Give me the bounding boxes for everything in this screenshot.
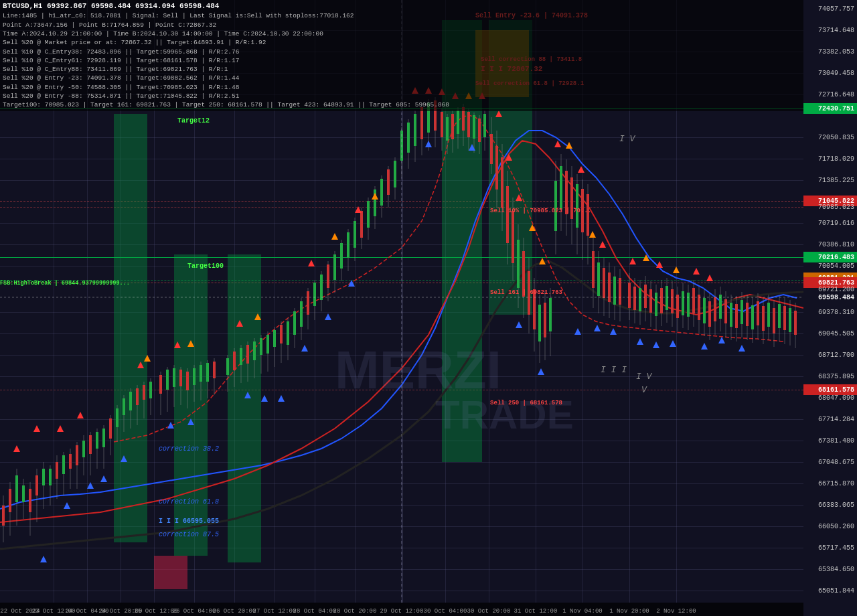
date-30oct20: 30 Oct 20:00	[467, 608, 511, 615]
svg-rect-147	[407, 123, 410, 153]
price-73049: 73049.458	[803, 68, 857, 78]
svg-rect-110	[307, 291, 309, 315]
svg-rect-2	[2, 506, 5, 526]
svg-marker-321	[718, 337, 725, 343]
svg-marker-143	[372, 193, 378, 200]
svg-rect-252	[639, 288, 641, 311]
svg-marker-246	[610, 328, 617, 335]
svg-rect-232	[603, 268, 605, 298]
svg-rect-254	[644, 285, 647, 308]
svg-rect-278	[708, 301, 711, 327]
svg-marker-212	[538, 368, 544, 375]
svg-rect-149	[414, 114, 416, 146]
svg-rect-134	[387, 169, 390, 195]
svg-rect-191	[512, 211, 514, 263]
svg-rect-296	[757, 301, 759, 325]
svg-marker-140	[308, 260, 315, 266]
svg-rect-270	[687, 293, 690, 317]
svg-marker-322	[738, 345, 745, 352]
date-28oct20: 28 Oct 20:00	[333, 608, 377, 615]
header-line-4: Sell %20 @ Market price or at: 72867.32 …	[3, 38, 801, 47]
svg-rect-250	[633, 287, 636, 310]
chart-container: MERZI TRADE BTCUSD,H1 69392.867 69598.48…	[0, 0, 857, 616]
svg-rect-161	[451, 114, 454, 139]
svg-rect-136	[394, 161, 396, 187]
svg-rect-81	[226, 358, 229, 375]
svg-marker-79	[187, 340, 194, 347]
svg-marker-100	[278, 395, 285, 402]
svg-rect-274	[698, 295, 700, 320]
svg-rect-151	[420, 107, 423, 139]
svg-marker-313	[656, 261, 663, 268]
svg-marker-19	[33, 425, 40, 432]
svg-marker-38	[100, 475, 107, 482]
svg-marker-102	[254, 313, 261, 320]
svg-rect-185	[495, 146, 498, 189]
svg-rect-238	[619, 278, 621, 305]
svg-rect-286	[730, 303, 732, 327]
svg-marker-99	[261, 395, 268, 402]
target12-label: Target12	[177, 117, 210, 125]
svg-marker-316	[706, 275, 713, 281]
candles-group	[2, 87, 797, 562]
svg-rect-258	[655, 293, 657, 316]
svg-marker-40	[77, 412, 84, 418]
svg-rect-42	[109, 418, 112, 439]
svg-rect-8	[22, 485, 25, 502]
price-70054: 70054.005	[803, 260, 857, 271]
svg-rect-126	[360, 211, 363, 238]
svg-rect-122	[347, 232, 349, 258]
svg-rect-248	[628, 283, 631, 308]
svg-marker-311	[629, 258, 636, 264]
svg-rect-266	[676, 295, 679, 318]
svg-rect-216	[560, 166, 562, 210]
svg-rect-106	[293, 311, 296, 335]
svg-marker-241	[578, 166, 585, 173]
target100-label: Target100	[187, 262, 224, 270]
svg-rect-300	[767, 303, 770, 327]
svg-rect-203	[544, 303, 546, 337]
svg-rect-116	[327, 264, 329, 288]
svg-rect-21	[56, 462, 58, 479]
svg-rect-71	[200, 365, 202, 382]
date-26oct04: 26 Oct 04:00	[173, 608, 216, 615]
svg-rect-31	[89, 435, 92, 454]
fsb-label: FSB:HighToBreak | 69844.93799999999...	[0, 280, 130, 287]
svg-marker-17	[40, 556, 47, 562]
correction-87-label: correction 87.5	[159, 531, 219, 538]
svg-rect-54	[149, 382, 152, 398]
svg-rect-85	[240, 348, 242, 365]
svg-marker-180	[425, 141, 432, 147]
price-67714: 67714.284	[803, 414, 857, 425]
svg-rect-93	[266, 335, 269, 354]
header-line-3: Time A:2024.10.29 21:00:00 | Time B:2024…	[3, 29, 801, 38]
header-line-8: Sell %20 @ Entry -23: 74091.378 || Targe…	[3, 74, 801, 82]
svg-rect-262	[666, 286, 668, 310]
price-68047: 68047.090	[803, 392, 857, 403]
svg-rect-193	[517, 240, 520, 288]
price-68712: 68712.700	[803, 350, 857, 360]
header-line-2: Point A:73647.156 | Point B:71764.859 | …	[3, 21, 801, 29]
svg-rect-282	[719, 295, 722, 319]
date-27oct12: 27 Oct 12:00	[253, 608, 297, 615]
svg-rect-298	[762, 306, 765, 331]
roman-v: V	[641, 385, 647, 395]
svg-rect-272	[692, 288, 695, 313]
svg-marker-318	[653, 341, 659, 348]
date-2nov12: 2 Nov 12:00	[656, 608, 696, 615]
correction-61-label: correction 61.8	[159, 498, 219, 506]
svg-rect-48	[129, 392, 132, 410]
svg-marker-211	[516, 321, 522, 328]
svg-rect-27	[76, 445, 78, 465]
svg-rect-61	[166, 370, 169, 390]
svg-marker-101	[236, 320, 243, 327]
price-72050: 72050.835	[803, 132, 857, 143]
svg-rect-112	[313, 283, 316, 306]
svg-rect-128	[367, 201, 370, 228]
svg-rect-159	[446, 117, 449, 141]
date-1nov04: 1 Nov 04:00	[562, 608, 602, 615]
svg-rect-63	[173, 368, 175, 387]
svg-rect-25	[69, 454, 72, 469]
svg-rect-50	[136, 388, 139, 405]
date-25oct12: 25 Oct 12:00	[135, 608, 178, 615]
